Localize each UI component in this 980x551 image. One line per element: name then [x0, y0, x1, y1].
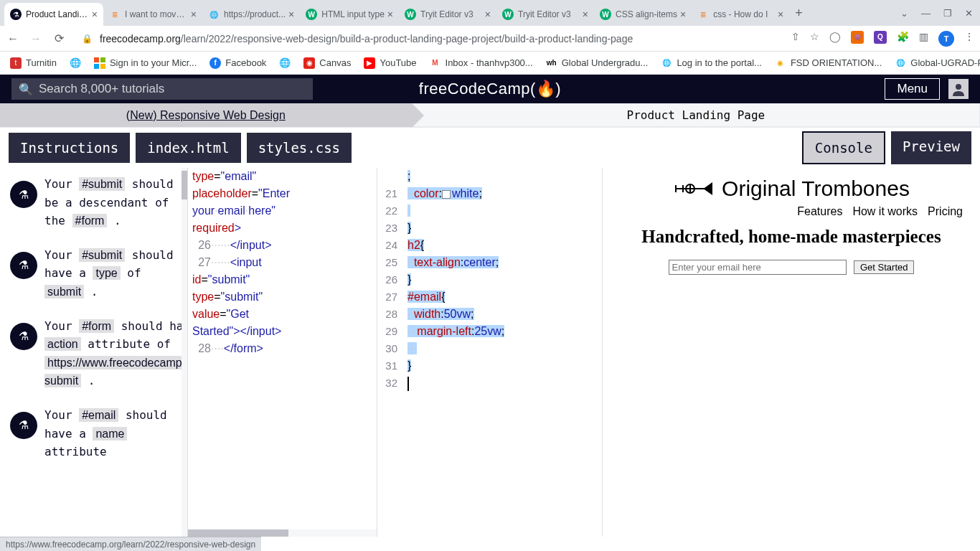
extension-icon[interactable]: ◯: [829, 31, 841, 47]
tab-close-icon[interactable]: ×: [288, 9, 294, 20]
back-button[interactable]: ←: [6, 32, 20, 45]
tab-close-icon[interactable]: ×: [191, 9, 197, 20]
extensions-icon[interactable]: 🧩: [897, 31, 909, 47]
get-started-button[interactable]: Get Started: [854, 260, 914, 274]
tab-preview[interactable]: Preview: [891, 131, 971, 164]
tab-dropdown-icon[interactable]: ⌄: [900, 8, 908, 19]
workspace: ⚗Your #submit should be a descendant of …: [0, 168, 980, 537]
window-controls: ⌄ — ❐ ✕: [897, 8, 976, 19]
tab-instructions[interactable]: Instructions: [9, 133, 130, 163]
address-bar-icons: ⇧ ☆ ◯ 👾 Q 🧩 ▥ T ⋮: [791, 31, 974, 47]
bookmark-icon: 🌐: [895, 57, 906, 69]
bookmark-item[interactable]: ▶YouTube: [364, 57, 416, 69]
forward-button[interactable]: →: [29, 32, 43, 45]
fcc-header: 🔍 freeCodeCamp(🔥) Menu: [0, 75, 980, 103]
tab-close-icon[interactable]: ×: [387, 9, 393, 20]
reload-button[interactable]: ⟳: [52, 32, 66, 45]
preview-header: Original Trombones: [603, 176, 980, 201]
test-flask-icon: ⚗: [10, 323, 37, 350]
breadcrumb-parent[interactable]: (New) Responsive Web Design: [0, 103, 412, 127]
extension-icon[interactable]: Q: [874, 31, 887, 44]
tab-console[interactable]: Console: [802, 131, 885, 164]
bookmark-item[interactable]: MInbox - thanhvp300...: [430, 57, 533, 69]
bookmark-star-icon[interactable]: ☆: [810, 31, 819, 47]
address-bar[interactable]: 🔒 freecodecamp.org/learn/2022/responsive…: [75, 29, 783, 49]
editor-tab-bar: Instructions index.html styles.css Conso…: [0, 128, 980, 168]
breadcrumb-current: Product Landing Page: [412, 103, 980, 127]
browser-tab-active[interactable]: ⚗ Product Landing Page ×: [4, 3, 103, 26]
scrollbar-thumb[interactable]: [188, 529, 288, 537]
user-avatar-icon[interactable]: [948, 79, 969, 99]
bookmark-item[interactable]: ◉FSD ORIENTATION...: [775, 57, 882, 69]
browser-tab[interactable]: 🌐 https://product... ×: [202, 3, 300, 26]
bookmark-label: Sign in to your Micr...: [110, 57, 197, 68]
search-container[interactable]: 🔍: [11, 78, 313, 100]
preview-nav: Features How it works Pricing: [603, 201, 980, 222]
tab-icon-w3: W: [405, 9, 416, 20]
instruction-item: ⚗Your #submit should be a descendant of …: [0, 168, 187, 239]
tab-icon-stackoverflow: ≣: [109, 9, 121, 20]
bookmark-item[interactable]: tTurnitin: [10, 57, 57, 69]
extension-icon[interactable]: 👾: [851, 31, 864, 44]
bookmark-item[interactable]: whGlobal Undergradu...: [546, 57, 649, 69]
bookmark-item[interactable]: Sign in to your Micr...: [94, 57, 197, 69]
tab-close-icon[interactable]: ×: [778, 9, 783, 20]
new-tab-button[interactable]: +: [795, 6, 803, 21]
minimize-icon[interactable]: —: [921, 8, 930, 19]
browser-tab[interactable]: W Tryit Editor v3 ×: [496, 3, 594, 26]
bookmark-item[interactable]: ◉Canvas: [303, 57, 351, 69]
browser-tab[interactable]: W HTML input type ×: [300, 3, 399, 26]
nav-link[interactable]: How it works: [852, 205, 918, 218]
tab-icon-fcc: ⚗: [10, 9, 22, 20]
reading-list-icon[interactable]: ▥: [919, 31, 928, 47]
bookmark-label: Inbox - thanhvp300...: [446, 57, 533, 68]
browser-tab[interactable]: ≣ css - How do I ×: [692, 3, 789, 26]
bookmark-item[interactable]: fFacebook: [209, 57, 266, 69]
email-input[interactable]: [669, 260, 847, 275]
preview-brand: Original Trombones: [722, 176, 910, 201]
search-input[interactable]: [39, 82, 306, 96]
share-icon[interactable]: ⇧: [791, 31, 800, 47]
close-window-icon[interactable]: ✕: [965, 8, 973, 19]
tab-close-icon[interactable]: ×: [680, 9, 686, 20]
bookmark-icon-globe[interactable]: 🌐: [70, 57, 81, 68]
bookmarks-bar: tTurnitin 🌐 Sign in to your Micr... fFac…: [0, 52, 980, 75]
trombone-logo-icon: [673, 178, 713, 199]
fcc-logo[interactable]: freeCodeCamp(🔥): [419, 80, 561, 98]
bookmark-icon-globe[interactable]: 🌐: [279, 57, 291, 68]
browser-tab[interactable]: W Tryit Editor v3 ×: [399, 3, 496, 26]
maximize-icon[interactable]: ❐: [943, 8, 952, 19]
tab-icon-stackoverflow: ≣: [697, 9, 709, 20]
scrollbar-thumb[interactable]: [182, 171, 187, 199]
tab-styles-css[interactable]: styles.css: [247, 133, 352, 163]
bookmark-label: Turnitin: [26, 57, 57, 68]
bookmark-item[interactable]: 🌐Global-UGRAD-Pro...: [895, 57, 980, 69]
tab-title: Tryit Editor v3: [518, 9, 580, 19]
profile-avatar[interactable]: T: [938, 31, 954, 47]
instruction-text: Your #submit should be a descendant of t…: [44, 175, 180, 230]
css-editor[interactable]: 212223242526272829303132 ;··color:white;…: [377, 168, 603, 537]
nav-link[interactable]: Pricing: [928, 205, 963, 218]
instruction-text: Your #submit should have a type of submi…: [44, 246, 180, 301]
bookmark-icon: wh: [546, 57, 557, 69]
bookmark-icon: ▶: [364, 57, 375, 69]
menu-button[interactable]: Menu: [885, 78, 940, 100]
tab-close-icon[interactable]: ×: [92, 9, 98, 20]
browser-tab[interactable]: ≣ I want to move a form ×: [103, 3, 202, 26]
scrollbar-horizontal[interactable]: [188, 529, 377, 537]
html-editor[interactable]: type="email"placeholder="Enteryour·email…: [188, 168, 377, 537]
bookmark-label: FSD ORIENTATION...: [791, 57, 882, 68]
tab-close-icon[interactable]: ×: [583, 9, 588, 20]
breadcrumb-link[interactable]: (New) Responsive Web Design: [126, 109, 286, 122]
bookmark-label: Global-UGRAD-Pro...: [910, 57, 980, 68]
nav-link[interactable]: Features: [797, 205, 842, 218]
scrollbar[interactable]: [182, 168, 187, 537]
browser-tab[interactable]: W CSS align-items ×: [594, 3, 692, 26]
tab-index-html[interactable]: index.html: [136, 133, 240, 163]
bookmark-item[interactable]: 🌐Log in to the portal...: [661, 57, 762, 69]
kebab-menu-icon[interactable]: ⋮: [964, 31, 974, 47]
tab-icon-w3: W: [306, 9, 317, 20]
tab-close-icon[interactable]: ×: [485, 9, 491, 20]
preview-form: Get Started: [603, 260, 980, 275]
lock-icon[interactable]: 🔒: [82, 34, 93, 44]
